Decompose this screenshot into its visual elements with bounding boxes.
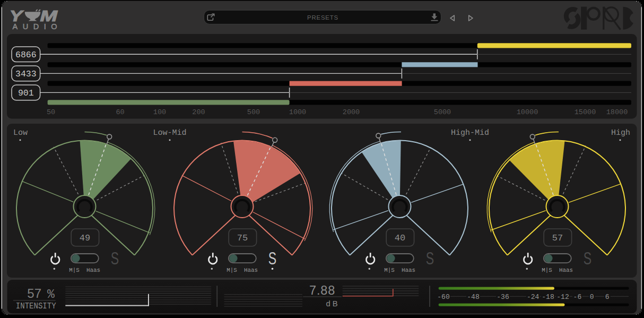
svg-text:75: 75 <box>237 233 248 243</box>
svg-text:M|S: M|S <box>227 267 237 273</box>
svg-text:18000: 18000 <box>606 108 628 116</box>
svg-text:Low: Low <box>13 128 28 137</box>
svg-text:57: 57 <box>552 233 563 243</box>
svg-text:High-Mid: High-Mid <box>451 128 489 137</box>
svg-text:-6: -6 <box>573 293 582 301</box>
svg-text:0: 0 <box>590 293 594 301</box>
svg-text:5000: 5000 <box>434 108 451 116</box>
svg-text:M|S: M|S <box>384 267 394 273</box>
svg-text:M|S: M|S <box>69 267 79 273</box>
svg-text:Y: Y <box>10 7 24 24</box>
svg-text:Haas: Haas <box>244 267 258 273</box>
svg-text:1000: 1000 <box>289 108 306 116</box>
svg-text:57: 57 <box>27 286 41 300</box>
svg-text:10000: 10000 <box>517 108 538 116</box>
svg-text:-48: -48 <box>467 293 479 301</box>
svg-text:-60: -60 <box>437 293 449 301</box>
svg-text:500: 500 <box>247 108 260 116</box>
svg-text:S: S <box>111 248 119 268</box>
svg-text:50: 50 <box>47 108 55 116</box>
svg-text:60: 60 <box>116 108 124 116</box>
svg-text:Haas: Haas <box>559 267 573 273</box>
svg-text:S: S <box>584 248 591 268</box>
svg-text:6: 6 <box>605 293 610 301</box>
svg-text:Haas: Haas <box>402 267 415 273</box>
svg-text:S: S <box>268 248 276 268</box>
svg-text:49: 49 <box>80 233 90 243</box>
svg-text:PRESETS: PRESETS <box>307 14 338 21</box>
svg-text:%: % <box>47 288 55 302</box>
svg-text:M|S: M|S <box>542 267 552 273</box>
svg-text:dB: dB <box>326 299 340 308</box>
svg-text:7.88: 7.88 <box>309 283 335 297</box>
svg-text:High: High <box>611 128 630 137</box>
svg-text:-24: -24 <box>527 293 539 301</box>
svg-text:-18: -18 <box>542 293 554 301</box>
svg-text:200: 200 <box>192 108 205 116</box>
svg-text:-36: -36 <box>497 293 509 301</box>
svg-text:S: S <box>426 248 434 268</box>
svg-text:Low-Mid: Low-Mid <box>153 128 186 137</box>
svg-text:40: 40 <box>395 233 405 243</box>
svg-text:901: 901 <box>18 88 34 98</box>
svg-text:M: M <box>40 7 58 24</box>
svg-text:-12: -12 <box>556 293 569 301</box>
svg-text:6866: 6866 <box>15 50 37 60</box>
svg-text:3433: 3433 <box>15 69 37 79</box>
svg-text:100: 100 <box>153 108 166 116</box>
svg-text:2000: 2000 <box>343 108 360 116</box>
svg-text:15000: 15000 <box>575 108 596 116</box>
svg-text:Haas: Haas <box>86 267 100 273</box>
svg-text:INTENSITY: INTENSITY <box>16 301 56 311</box>
